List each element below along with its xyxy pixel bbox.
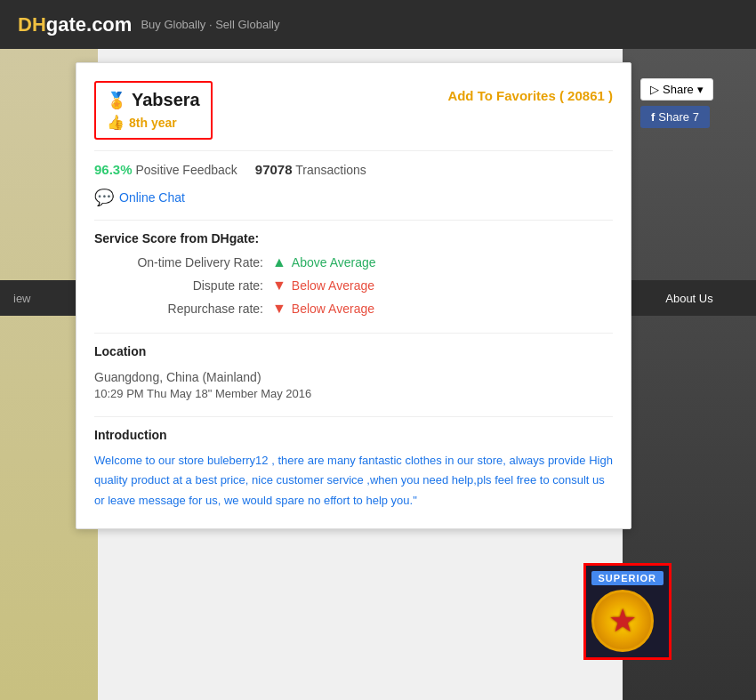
store-name-row: 🏅 Yabsera [107,90,200,110]
online-chat-row: 💬 Online Chat [94,188,613,207]
site-tagline: Buy Globally · Sell Globally [141,18,279,31]
medal-badge: ★ [591,590,654,652]
service-score-section: Service Score from DHgate: On-time Deliv… [94,231,613,317]
location-section: Location Guangdong, China (Mainland) 10:… [94,344,613,400]
transactions-value: 97078 [255,162,293,177]
arrow-up-icon-delivery: ▲ [272,254,286,270]
repurchase-rate-label: Repurchase rate: [94,302,272,316]
seller-popup-card: 🏅 Yabsera 👍 8th year Add To Favorites ( … [76,62,631,529]
divider-1 [94,150,613,151]
divider-2 [94,220,613,221]
divider-3 [94,333,613,334]
transactions-stat: 97078 Transactions [255,162,366,177]
feedback-pct-value: 96.3% [94,162,133,177]
score-row-delivery: On-time Delivery Rate: ▲ Above Average [94,254,613,270]
chat-bubble-icon: 💬 [94,188,114,207]
star-icon: ★ [608,602,637,640]
arrow-down-icon-repurchase: ▼ [272,301,286,317]
superior-badge-container: SUPERIOR ★ [583,563,672,660]
store-year: 8th year [129,116,177,130]
share-button[interactable]: ▷ Share ▾ [640,78,713,101]
arrow-down-icon-dispute: ▼ [272,278,286,294]
score-row-repurchase: Repurchase rate: ▼ Below Average [94,301,613,317]
add-favorites-area[interactable]: Add To Favorites ( 20861 ) [447,88,613,103]
location-address: Guangdong, China (Mainland) [94,367,613,387]
feedback-label: Positive Feedback [135,163,237,177]
thumbs-up-icon: 👍 [107,114,125,131]
store-header: 🏅 Yabsera 👍 8th year Add To Favorites ( … [94,81,613,140]
nav-bar-right: About Us [623,280,756,316]
online-chat-label[interactable]: Online Chat [119,190,185,205]
store-name[interactable]: Yabsera [132,90,200,110]
location-title: Location [94,344,613,358]
service-score-title: Service Score from DHgate: [94,231,613,245]
positive-feedback-stat: 96.3% Positive Feedback [94,162,237,177]
introduction-text: Welcome to our store buleberry12 , there… [94,451,613,510]
facebook-icon: f [651,110,655,124]
chevron-down-icon: ▾ [697,83,704,96]
repurchase-rate-value: Below Average [292,302,374,316]
score-row-dispute: Dispute rate: ▼ Below Average [94,278,613,294]
share-icon: ▷ [650,83,659,96]
site-header: DHgate.com Buy Globally · Sell Globally [0,0,756,49]
dispute-rate-value: Below Average [292,278,374,293]
introduction-title: Introduction [94,428,613,442]
transactions-label: Transactions [295,163,366,177]
facebook-share-button[interactable]: f Share 7 [640,106,710,128]
divider-4 [94,416,613,417]
superior-label: SUPERIOR [591,571,664,585]
medal-icon: 🏅 [107,91,126,110]
add-favorites-link[interactable]: Add To Favorites ( 20861 ) [447,88,613,103]
nav-review-text: iew [0,292,44,305]
stats-row: 96.3% Positive Feedback 97078 Transactio… [94,162,613,177]
introduction-section: Introduction Welcome to our store bulebe… [94,428,613,510]
delivery-rate-value: Above Average [292,255,376,270]
store-name-block: 🏅 Yabsera 👍 8th year [94,81,213,140]
site-logo: DHgate.com [18,13,132,36]
nav-about-us[interactable]: About Us [652,292,726,305]
location-time: 10:29 PM Thu May 18" Member May 2016 [94,387,613,400]
share-block: ▷ Share ▾ f Share 7 [640,78,713,128]
delivery-rate-label: On-time Delivery Rate: [94,255,272,270]
dispute-rate-label: Dispute rate: [94,278,272,293]
